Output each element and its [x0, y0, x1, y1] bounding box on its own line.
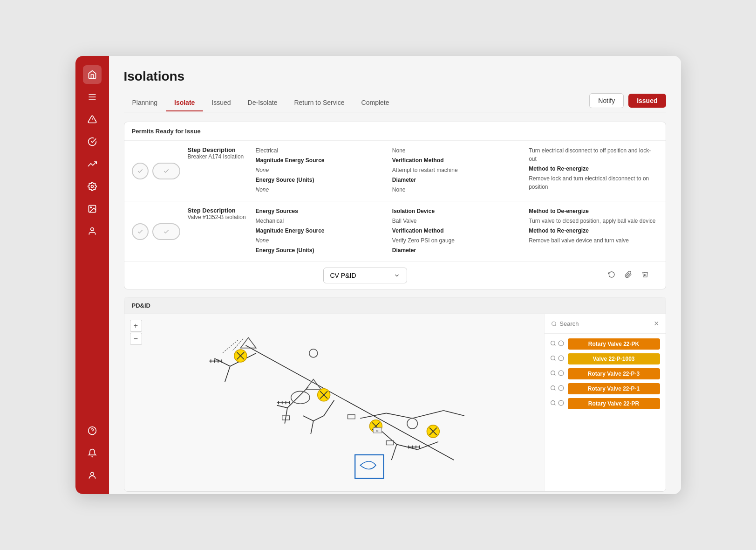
r2c1-l2: Mechanical — [256, 217, 385, 225]
svg-point-78 — [551, 356, 555, 360]
svg-point-5 — [91, 186, 93, 188]
list-item: Valve 22-P-1003 — [550, 353, 660, 364]
step-desc-1: Step Description Breaker A174 Isolation — [188, 146, 248, 195]
svg-line-14 — [214, 358, 230, 366]
pid-tag-2[interactable]: Valve 22-P-1003 — [568, 353, 660, 364]
pid-dropdown[interactable]: CV P&ID — [323, 268, 407, 283]
svg-line-19 — [360, 413, 386, 418]
search-small-icon[interactable] — [550, 355, 556, 363]
pid-canvas: + − — [124, 314, 545, 491]
issued-button[interactable]: Issued — [628, 94, 666, 108]
pid-items-list: Rotary Valve 22-PK — [545, 334, 666, 414]
svg-point-83 — [551, 371, 555, 375]
svg-point-88 — [551, 386, 555, 390]
tab-return-to-service[interactable]: Return to Service — [286, 94, 353, 111]
r2c3-l1: Method to De-energize — [529, 207, 658, 215]
sidebar-settings-icon[interactable] — [83, 177, 102, 196]
sidebar-help-icon[interactable] — [83, 421, 102, 440]
tab-issued[interactable]: Issued — [203, 94, 239, 111]
tab-de-isolate[interactable]: De-Isolate — [239, 94, 286, 111]
search-small-icon[interactable] — [550, 340, 556, 348]
info-icon[interactable] — [558, 340, 564, 348]
svg-line-72 — [555, 325, 556, 326]
svg-line-22 — [443, 411, 464, 416]
svg-line-20 — [386, 413, 412, 418]
r2c2-l3: Verification Method — [392, 227, 521, 235]
list-item: Rotary Valve 22-P-1 — [550, 383, 660, 394]
svg-point-7 — [90, 207, 91, 208]
r1c2-l3: Attempt to restart machine — [392, 166, 521, 174]
r1c3-l2: Method to Re-energize — [529, 165, 658, 173]
pid-section: PD&ID + − — [124, 297, 666, 492]
svg-line-89 — [554, 389, 555, 390]
page-title: Isolations — [124, 69, 666, 84]
check-rect-2[interactable] — [152, 223, 180, 240]
r1c1-l2: Magnitude Energy Source — [256, 156, 385, 165]
delete-button[interactable] — [640, 269, 651, 282]
pid-search-header: × — [545, 314, 666, 334]
chevron-down-icon — [394, 272, 400, 279]
check-circle-1[interactable] — [132, 163, 149, 179]
check-circle-2[interactable] — [132, 223, 149, 240]
search-small-icon[interactable] — [550, 385, 556, 392]
svg-point-71 — [552, 322, 556, 326]
notify-button[interactable]: Notify — [589, 93, 624, 108]
undo-button[interactable] — [606, 269, 617, 282]
pid-tag-3[interactable]: Rotary Valve 22-P-3 — [568, 368, 660, 379]
check-rect-1[interactable] — [152, 163, 180, 179]
pid-body: + − — [124, 314, 666, 491]
tab-complete[interactable]: Complete — [353, 94, 398, 111]
pid-search-input-area — [551, 320, 654, 327]
step-label-1: Step Description — [188, 146, 248, 153]
pid-tag-4[interactable]: Rotary Valve 22-P-1 — [568, 383, 660, 394]
info-icon[interactable] — [558, 385, 564, 392]
info-icon[interactable] — [558, 355, 564, 363]
info-icon[interactable] — [558, 370, 564, 378]
r1c3-l3: Remove lock and turn electrical disconne… — [529, 174, 658, 191]
sidebar-trend-icon[interactable] — [83, 155, 102, 173]
row2-col2: Isolation Device Ball Valve Verification… — [392, 207, 521, 256]
svg-line-79 — [554, 359, 555, 360]
zoom-in-button[interactable]: + — [130, 320, 142, 332]
pid-tag-1[interactable]: Rotary Valve 22-PK — [568, 338, 660, 350]
table-row: Step Description Breaker A174 Isolation … — [124, 141, 666, 201]
row1-col2: None Verification Method Attempt to rest… — [392, 146, 521, 195]
svg-line-74 — [554, 344, 555, 345]
pid-tag-5[interactable]: Rotary Valve 22-PR — [568, 398, 660, 409]
r1c2-l1: None — [392, 146, 521, 155]
r2c1-l3: Magnitude Energy Source — [256, 227, 385, 235]
row1-col1: Electrical Magnitude Energy Source None … — [256, 146, 385, 195]
r1c1-l1: Electrical — [256, 146, 385, 155]
r2c2-l4: Verify Zero PSI on gauge — [392, 236, 521, 245]
info-icon[interactable] — [558, 400, 564, 407]
attach-button[interactable] — [623, 269, 634, 282]
tab-actions: Notify Issued — [589, 93, 666, 112]
tab-planning[interactable]: Planning — [124, 94, 166, 111]
tabs-bar: Planning Isolate Issued De-Isolate Retur… — [124, 93, 666, 112]
tab-isolate[interactable]: Isolate — [166, 94, 203, 111]
pid-close-button[interactable]: × — [654, 319, 659, 329]
pid-search-input[interactable] — [559, 320, 654, 327]
pid-item-icons-3 — [550, 370, 564, 378]
svg-line-15 — [225, 366, 230, 382]
row1-col3: Turn electrical disconnect to off positi… — [529, 146, 658, 195]
svg-line-26 — [391, 444, 396, 460]
row-checks-2 — [132, 207, 180, 256]
dropdown-actions — [606, 269, 658, 282]
search-small-icon[interactable] — [550, 370, 556, 378]
sidebar-home-icon[interactable] — [83, 65, 102, 84]
sidebar-person-icon[interactable] — [83, 222, 102, 241]
zoom-out-button[interactable]: − — [130, 333, 142, 345]
search-small-icon[interactable] — [550, 400, 556, 407]
svg-line-29 — [303, 416, 313, 421]
sidebar-bell-icon[interactable] — [83, 444, 102, 462]
sidebar-profile-icon[interactable] — [83, 466, 102, 485]
sidebar-check-icon[interactable] — [83, 132, 102, 151]
svg-point-73 — [551, 341, 555, 345]
r1c1-l4: Energy Source (Units) — [256, 176, 385, 184]
sidebar-gallery-icon[interactable] — [83, 199, 102, 218]
sidebar-alert-icon[interactable] — [83, 110, 102, 129]
step-value-1: Breaker A174 Isolation — [188, 153, 248, 160]
svg-line-16 — [287, 387, 308, 408]
sidebar-menu-icon[interactable] — [83, 88, 102, 106]
